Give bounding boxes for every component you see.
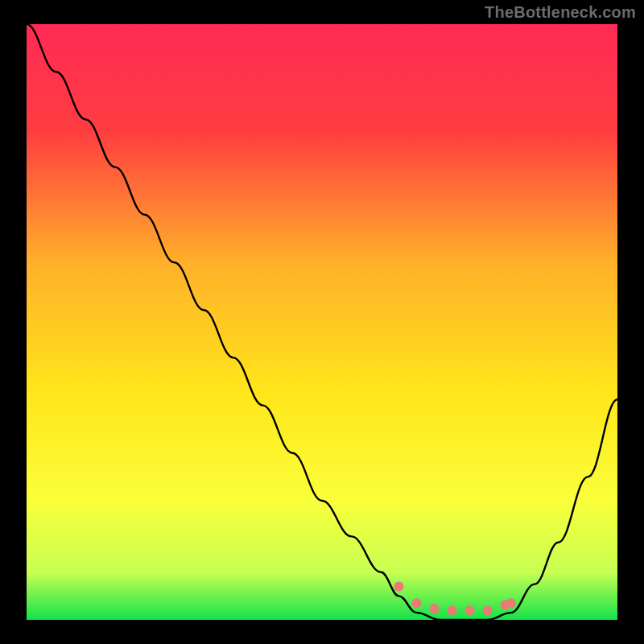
chart-svg (0, 0, 644, 644)
optimum-marker (483, 605, 493, 615)
watermark-text: TheBottleneck.com (485, 3, 636, 22)
optimum-marker (394, 582, 403, 592)
optimum-marker (506, 598, 516, 608)
plot-background (27, 24, 617, 620)
optimum-marker (429, 604, 439, 613)
optimum-marker (465, 605, 475, 615)
optimum-marker (411, 598, 421, 608)
chart-frame: TheBottleneck.com (0, 0, 644, 644)
optimum-marker (447, 605, 456, 615)
baseline-band (27, 618, 617, 620)
